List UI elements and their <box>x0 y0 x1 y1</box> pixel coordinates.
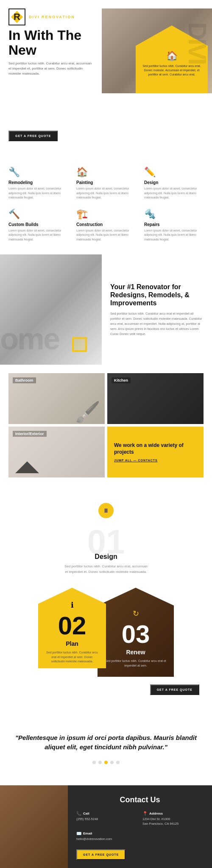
step-02-desc: Sed porttitor luctus nibh. Curabitur arc… <box>45 650 99 664</box>
project-card-interior[interactable]: Interior/Exterior <box>8 427 105 477</box>
projects-section: Bathroom 🖌️ Kitchen Interior/Exterior We… <box>0 365 212 486</box>
contact-address-head: 📍 Address <box>142 811 204 816</box>
renovator-image: ome <box>0 254 102 365</box>
pentagon-pair: ℹ 02 Plan Sed porttitor luctus nibh. Cur… <box>8 588 204 677</box>
variety-link[interactable]: JUMP ALL — CONTACTS <box>114 459 158 462</box>
service-desc-design: Lorem ipsum dolor sit amet, consectetur … <box>144 187 204 200</box>
services-grid: 🔧 Remodeling Lorem ipsum dolor sit amet,… <box>8 167 204 242</box>
logo-letter: R <box>14 11 20 22</box>
service-desc-repairs: Lorem ipsum dolor sit amet, consectetur … <box>144 229 204 242</box>
email-icon: ✉️ <box>76 831 81 836</box>
home-text-overlay: ome <box>0 321 59 356</box>
process-step-03: ↻ 03 Renew Sed porttitor luctus nibh. Cu… <box>98 588 174 677</box>
service-title-repairs: Repairs <box>144 222 204 227</box>
project-card-variety[interactable]: We work on a wide variety of projects JU… <box>107 427 204 477</box>
location-icon: 📍 <box>142 811 148 816</box>
service-title-remodeling: Remodeling <box>8 180 68 185</box>
renovator-content: Your #1 Renovator for Redesigns, Remodel… <box>102 270 212 350</box>
paintbrush-icon: 🖌️ <box>75 400 100 424</box>
service-title-painting: Painting <box>76 180 136 185</box>
service-item-repairs: 🔩 Repairs Lorem ipsum dolor sit amet, co… <box>144 209 204 242</box>
contact-image <box>0 785 68 868</box>
process-cta-button[interactable]: GET A FREE QUOTE <box>150 684 199 695</box>
process-step-01: 01 Design Sed porttitor luctus nibh. Cur… <box>8 527 204 575</box>
service-item-custom-builds: 🔨 Custom Builds Lorem ipsum dolor sit am… <box>8 209 68 242</box>
renovator-title: Your #1 Renovator for Redesigns, Remodel… <box>110 283 204 307</box>
pause-icon: ⏸ <box>103 507 109 514</box>
repairs-icon: 🔩 <box>144 209 204 220</box>
step-02-title: Plan <box>66 640 78 647</box>
renovator-description: Sed porttitor luctus nibh. Curabitur arc… <box>110 311 204 337</box>
project-card-kitchen[interactable]: Kitchen <box>107 373 204 424</box>
contact-cta-button[interactable]: GET A FREE QUOTE <box>76 849 126 860</box>
contact-call-head: 📞 Call <box>76 811 137 816</box>
project-label-bathroom: Bathroom <box>13 377 36 383</box>
hero-cta-button[interactable]: GET A FREE QUOTE <box>8 131 58 141</box>
contact-email-value: hello@dvirenovation.com <box>76 837 137 841</box>
brand-name: DIVI RENOVATION <box>29 15 75 19</box>
project-card-bathroom[interactable]: Bathroom 🖌️ <box>8 373 105 424</box>
step-01-title: Design <box>8 553 204 561</box>
projects-grid: Bathroom 🖌️ Kitchen Interior/Exterior We… <box>8 373 204 477</box>
service-desc-construction: Lorem ipsum dolor sit amet, consectetur … <box>76 229 136 242</box>
step-03-number: 03 <box>122 622 150 647</box>
triangle-deco <box>15 461 39 473</box>
service-desc-remodeling: Lorem ipsum dolor sit amet, consectetur … <box>8 187 68 200</box>
divi-watermark: DIVI <box>183 0 212 85</box>
service-item-remodeling: 🔧 Remodeling Lorem ipsum dolor sit amet,… <box>8 167 68 200</box>
testimonial-dot-3[interactable] <box>104 761 108 764</box>
service-item-design: ✏️ Design Lorem ipsum dolor sit amet, co… <box>144 167 204 200</box>
header-title: In With The New <box>8 28 102 58</box>
process-intro-icon: ⏸ <box>98 503 114 518</box>
contact-address-item: 📍 Address 1234 Divi St. #1000San Francis… <box>142 811 204 826</box>
step-03-desc: Sed porttitor luctus nibh. Curabitur arc… <box>104 659 167 668</box>
step-03-icon: ↻ <box>133 609 139 618</box>
step-02-number: 02 <box>58 613 86 639</box>
service-item-painting: 🏠 Painting Lorem ipsum dolor sit amet, c… <box>76 167 136 200</box>
services-section: 🔧 Remodeling Lorem ipsum dolor sit amet,… <box>0 154 212 254</box>
step-03-title: Renew <box>126 649 145 656</box>
contact-email-head: ✉️ Email <box>76 831 137 836</box>
project-label-interior: Interior/Exterior <box>13 431 47 437</box>
service-title-design: Design <box>144 180 204 185</box>
variety-title: We work on a wide variety of projects <box>114 442 197 455</box>
contact-call-item: 📞 Call (255) 552-5248 <box>76 811 137 826</box>
header-section: R DIVI RENOVATION In With The New Sed po… <box>0 0 212 154</box>
design-icon: ✏️ <box>144 167 204 178</box>
testimonial-dot-1[interactable] <box>92 761 96 764</box>
renovator-section: ome Your #1 Renovator for Redesigns, Rem… <box>0 254 212 365</box>
project-label-kitchen: Kitchen <box>112 377 131 383</box>
service-desc-custom-builds: Lorem ipsum dolor sit amet, consectetur … <box>8 229 68 242</box>
construction-icon: 🏗️ <box>76 209 136 220</box>
step-01-desc: Sed porttitor luctus nibh. Curabitur arc… <box>64 564 148 575</box>
phone-icon: 📞 <box>76 811 81 816</box>
service-item-construction: 🏗️ Construction Lorem ipsum dolor sit am… <box>76 209 136 242</box>
testimonial-dots <box>13 761 199 764</box>
process-section: ⏸ 01 Design Sed porttitor luctus nibh. C… <box>0 486 212 712</box>
remodeling-icon: 🔧 <box>8 167 68 178</box>
contact-title: Contact Us <box>76 795 204 804</box>
yellow-square-decoration <box>72 337 87 352</box>
contact-content: Contact Us 📞 Call (255) 552-5248 📍 Addre… <box>68 785 212 868</box>
contact-details: 📞 Call (255) 552-5248 📍 Address 1234 Div… <box>76 811 204 842</box>
contact-address-value: 1234 Divi St. #1000San Francisco, CA 941… <box>142 817 204 826</box>
testimonial-dot-2[interactable] <box>98 761 102 764</box>
painting-icon: 🏠 <box>76 167 136 178</box>
logo-box: R <box>8 8 25 25</box>
house-icon: 🏠 <box>166 50 178 61</box>
contact-email-item: ✉️ Email hello@dvirenovation.com <box>76 831 137 841</box>
step-02-icon: ℹ <box>71 600 74 610</box>
service-title-construction: Construction <box>76 222 136 227</box>
service-desc-painting: Lorem ipsum dolor sit amet, consectetur … <box>76 187 136 200</box>
contact-call-value: (255) 552-5248 <box>76 817 137 821</box>
testimonial-quote: "Pellentesque in ipsum id orci porta dap… <box>13 733 199 752</box>
contact-section: Contact Us 📞 Call (255) 552-5248 📍 Addre… <box>0 785 212 868</box>
testimonial-section: "Pellentesque in ipsum id orci porta dap… <box>0 712 212 785</box>
testimonial-dot-5[interactable] <box>116 761 120 764</box>
testimonial-dot-4[interactable] <box>110 761 114 764</box>
service-title-custom-builds: Custom Builds <box>8 222 68 227</box>
process-step-02: ℹ 02 Plan Sed porttitor luctus nibh. Cur… <box>38 588 106 668</box>
custom-builds-icon: 🔨 <box>8 209 68 220</box>
header-description: Sed porttitor luctus nibh. Curabitur arc… <box>8 61 93 76</box>
